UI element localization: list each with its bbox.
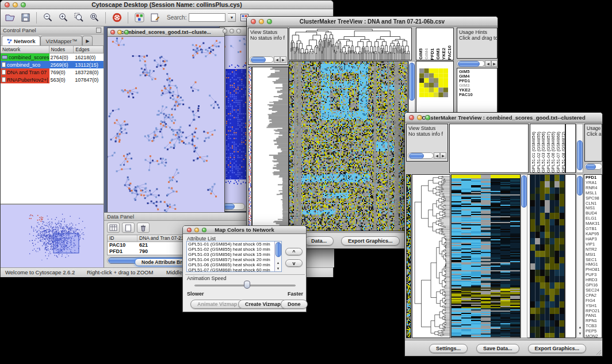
column-label[interactable]: GPL51-03 (GSM856) — [541, 132, 546, 173]
row-dendrogram[interactable] — [252, 67, 289, 231]
heatmap-main[interactable] — [451, 174, 521, 338]
attribute-list-item[interactable]: GPL51-03 (GSM856) heat shock 15 min — [187, 252, 281, 257]
resize-grip-icon[interactable] — [595, 348, 602, 355]
column-label[interactable]: GPL51-01 (GSM854) — [531, 132, 536, 173]
attribute-list-scrollbar[interactable]: ▲ ▼ — [274, 242, 281, 271]
attribute-list-item[interactable]: GPL51-04 (GSM857) heat shock 20 min — [187, 257, 281, 262]
column-label[interactable]: GPL51-08 (GSM872) — [561, 132, 565, 173]
zoom-window-icon[interactable] — [267, 19, 272, 24]
minimize-icon[interactable] — [259, 19, 264, 24]
zoom-in-icon[interactable] — [56, 11, 70, 25]
tab-vizmapper[interactable]: VizMapper™ — [40, 36, 82, 45]
close-icon[interactable] — [110, 30, 115, 35]
column-label[interactable]: GPL51-02 (GSM855) — [536, 132, 541, 173]
column-label[interactable]: PAC10 — [447, 45, 453, 60]
zoom-window-icon[interactable] — [124, 30, 129, 35]
usage-hints-scrollbar[interactable] — [584, 163, 602, 170]
attribute-list-item[interactable]: GPL51-06 (GSM865) heat shock 40 min — [187, 262, 281, 267]
gene-label[interactable]: MON2 — [586, 334, 602, 338]
main-title-bar[interactable]: Cytoscape Desktop (Session Name: collins… — [1, 1, 333, 9]
create-vizmap-button[interactable]: Create Vizmap — [238, 300, 288, 309]
treeview2-action-button[interactable]: Save Data... — [476, 344, 519, 353]
network-list-row[interactable]: combined_sco 2569(6) 13112(15) — [1, 61, 104, 68]
genelist-vscrollbar[interactable]: ▲ ▼ — [576, 174, 583, 338]
network1-title-bar[interactable]: combined_scores_good.txt--cluste... — [108, 28, 224, 37]
page-icon[interactable] — [122, 223, 135, 233]
treeview1-action-button[interactable]: Data... — [304, 236, 334, 246]
zoom-selected-icon[interactable] — [72, 11, 86, 25]
column-label[interactable]: GIM4 — [424, 48, 430, 60]
zoom-window-icon[interactable] — [21, 2, 26, 7]
network-list-row[interactable]: DNA and Tran 07 769(0) 183728(0) — [1, 68, 104, 76]
minimize-icon[interactable] — [117, 30, 122, 35]
column-label[interactable]: GPL51-07 (GSM868) — [556, 132, 561, 173]
column-label[interactable]: GIM3 — [435, 48, 441, 60]
zoom-heatmap[interactable] — [530, 174, 565, 338]
trash-icon[interactable] — [137, 223, 150, 233]
global-pixel-strip[interactable] — [248, 67, 252, 231]
view-status-scrollbar[interactable]: ◀▶ — [250, 56, 286, 63]
network-list-row[interactable]: RNAPuberNov2+| 563(0) 107847(0) — [1, 76, 104, 83]
attribute-list-item[interactable]: GPL51-01 (GSM854) heat shock 05 min — [187, 242, 281, 247]
vizmapper-icon[interactable] — [132, 11, 146, 25]
help-icon[interactable] — [110, 11, 124, 25]
treeview2-action-button[interactable]: Settings... — [429, 344, 468, 353]
close-icon[interactable] — [251, 19, 256, 24]
search-dropdown-icon[interactable]: ▼ — [228, 13, 236, 22]
minimize-icon[interactable] — [230, 29, 234, 33]
network1-canvas[interactable] — [108, 37, 224, 212]
minimize-icon[interactable] — [417, 115, 422, 120]
treeview2-action-button[interactable]: Export Graphics... — [528, 344, 587, 353]
network-table-header[interactable]: Network Nodes Edges — [1, 46, 104, 53]
search-input[interactable] — [189, 13, 225, 22]
zoom-window-icon[interactable] — [236, 29, 241, 33]
column-label[interactable]: GPL51-06 (GSM865) — [550, 132, 556, 173]
zoom-window-icon[interactable] — [202, 228, 206, 232]
heatmap-main[interactable] — [289, 61, 408, 231]
close-icon[interactable] — [5, 2, 10, 7]
close-icon[interactable] — [187, 228, 192, 232]
zoom-heatmap[interactable] — [419, 68, 448, 97]
annotation-icon[interactable] — [148, 11, 162, 25]
minimize-icon[interactable] — [194, 228, 199, 232]
global-pixel-strip[interactable] — [406, 174, 411, 338]
dialog-title-bar[interactable]: Map Colors to Network — [183, 226, 306, 234]
move-down-button[interactable]: v — [285, 259, 303, 267]
network2-hscrollbar[interactable] — [222, 203, 245, 210]
row-dendrogram[interactable] — [412, 174, 450, 338]
column-dendrogram-empty[interactable] — [449, 124, 529, 173]
save-icon[interactable] — [18, 11, 32, 25]
animate-vizmap-button[interactable]: Animate Vizmap — [190, 300, 244, 309]
gene-label[interactable]: PAC10 — [459, 93, 497, 97]
header-vscrollbar[interactable] — [576, 124, 583, 173]
close-icon[interactable] — [409, 115, 414, 120]
close-icon[interactable] — [223, 29, 227, 33]
heatmap-vscrollbar[interactable] — [521, 174, 527, 338]
move-up-button[interactable]: ^ — [285, 248, 303, 255]
zoom-fit-icon[interactable] — [87, 11, 101, 25]
network-list-row[interactable]: combined_scores 2764(0) 16218(0) — [1, 53, 104, 61]
minimize-icon[interactable] — [13, 2, 18, 7]
attribute-list-item[interactable]: GPL51-02 (GSM855) heat shock 10 min — [187, 247, 281, 252]
column-label[interactable]: GIM5 — [418, 48, 424, 60]
zoom-out-icon[interactable] — [41, 11, 55, 25]
column-label[interactable]: YKE2 — [441, 48, 447, 60]
table-icon[interactable] — [107, 223, 120, 233]
zoom-window-icon[interactable] — [425, 115, 430, 120]
treeview2-title-bar[interactable]: ClusterMaker TreeView : combined_scores_… — [405, 113, 602, 122]
column-label[interactable]: PFD1 — [430, 48, 435, 60]
usage-hints-scrollbar[interactable]: ◀▶ — [457, 60, 498, 67]
done-button[interactable]: Done — [281, 300, 308, 309]
treeview1-action-button[interactable]: Export Graphics... — [341, 236, 400, 246]
tab-network[interactable]: Network — [2, 36, 40, 45]
view-status-scrollbar[interactable]: ◀▶ — [408, 152, 446, 159]
float-panel-icon[interactable] — [96, 28, 101, 33]
network-overview-thumbnail[interactable] — [1, 204, 104, 267]
speed-slider-thumb[interactable] — [244, 281, 250, 289]
tab-overflow-icon[interactable]: ▶ — [82, 36, 93, 45]
open-icon[interactable] — [3, 11, 17, 25]
column-dendrogram[interactable] — [289, 28, 412, 60]
attribute-list-item[interactable]: GPL51-07 (GSM868) heat shock 60 min — [187, 267, 281, 272]
treeview1-title-bar[interactable]: ClusterMaker TreeView : DNA and Tran 07-… — [247, 17, 498, 26]
attribute-list[interactable]: GPL51-01 (GSM854) heat shock 05 minGPL51… — [186, 241, 282, 272]
